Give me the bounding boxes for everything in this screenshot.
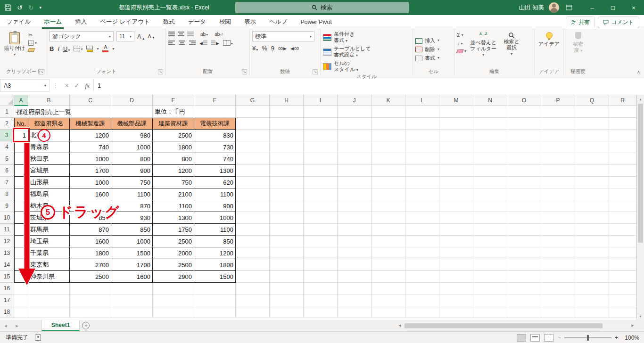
cell-N16[interactable] — [473, 283, 507, 294]
row-header-10[interactable]: 10 — [0, 212, 14, 224]
cell-J17[interactable] — [338, 294, 372, 306]
clipboard-dialog-launcher[interactable]: ↘ — [39, 69, 44, 74]
cell-A16[interactable] — [14, 283, 28, 294]
cell-K12[interactable] — [372, 236, 405, 247]
cell-R9[interactable] — [609, 200, 636, 212]
cell-E17[interactable] — [153, 294, 194, 306]
cell-C12[interactable]: 1600 — [70, 236, 111, 247]
cell-A10[interactable] — [14, 212, 28, 224]
cell-O7[interactable] — [507, 177, 541, 188]
hscroll-left-button[interactable]: ◀ — [396, 324, 404, 327]
cell-D6[interactable]: 900 — [111, 165, 153, 177]
cell-O18[interactable] — [507, 306, 541, 318]
cell-G15[interactable] — [236, 271, 270, 283]
cell-R12[interactable] — [609, 236, 636, 247]
cell-N9[interactable] — [473, 200, 507, 212]
collapse-ribbon-button[interactable]: ∧ — [637, 69, 640, 74]
cell-K7[interactable] — [372, 177, 405, 188]
cell-B8[interactable]: 福島県 — [28, 188, 70, 200]
cell-M9[interactable] — [439, 200, 473, 212]
cell-P17[interactable] — [541, 294, 575, 306]
cell-Q12[interactable] — [575, 236, 609, 247]
cell-J2[interactable] — [338, 118, 372, 130]
cell-F5[interactable]: 740 — [194, 153, 236, 165]
cell-C13[interactable]: 1800 — [70, 247, 111, 259]
cell-E6[interactable]: 1200 — [153, 165, 194, 177]
row-header-1[interactable]: 1 — [0, 106, 14, 118]
cell-G2[interactable] — [236, 118, 270, 130]
column-header-J[interactable]: J — [338, 95, 372, 106]
cell-C17[interactable] — [70, 294, 111, 306]
cell-A7[interactable] — [14, 177, 28, 188]
accessibility-icon[interactable] — [35, 335, 41, 341]
underline-button[interactable]: U▾ — [63, 45, 70, 52]
cell-P10[interactable] — [541, 212, 575, 224]
column-header-F[interactable]: F — [194, 95, 236, 106]
sensitivity-button[interactable]: 秘密 度 ▾ — [567, 31, 589, 54]
cell-E3[interactable]: 2500 — [153, 130, 194, 141]
cell-F7[interactable]: 620 — [194, 177, 236, 188]
cell-K18[interactable] — [372, 306, 405, 318]
cell-H10[interactable] — [270, 212, 304, 224]
cell-O10[interactable] — [507, 212, 541, 224]
cell-H2[interactable] — [270, 118, 304, 130]
cell-I18[interactable] — [304, 306, 338, 318]
zoom-level[interactable]: 100% — [621, 335, 639, 341]
cell-Q14[interactable] — [575, 259, 609, 271]
cell-R4[interactable] — [609, 141, 636, 153]
cell-G17[interactable] — [236, 294, 270, 306]
cell-H15[interactable] — [270, 271, 304, 283]
decrease-indent-button[interactable]: ◀ — [199, 40, 207, 46]
close-button[interactable]: × — [623, 0, 644, 15]
cell-E16[interactable] — [153, 283, 194, 294]
cell-N2[interactable] — [473, 118, 507, 130]
cell-D11[interactable]: 850 — [111, 224, 153, 236]
cell-E10[interactable]: 1300 — [153, 212, 194, 224]
cell-P7[interactable] — [541, 177, 575, 188]
percent-format-button[interactable]: % — [262, 45, 267, 52]
cell-H3[interactable] — [270, 130, 304, 141]
cell-P12[interactable] — [541, 236, 575, 247]
sheet-nav-left-button[interactable]: ◂ — [0, 320, 11, 331]
row-header-5[interactable]: 5 — [0, 153, 14, 165]
merge-center-button[interactable]: ▾ — [223, 40, 233, 46]
cell-A9[interactable] — [14, 200, 28, 212]
horizontal-scrollbar[interactable] — [404, 323, 629, 329]
cell-B10[interactable]: 茨城県 — [28, 212, 70, 224]
cell-L16[interactable] — [405, 283, 439, 294]
column-header-N[interactable]: N — [473, 95, 507, 106]
column-header-L[interactable]: L — [405, 95, 439, 106]
cell-C10[interactable]: 850 — [70, 212, 111, 224]
cell-K2[interactable] — [372, 118, 405, 130]
cell-K15[interactable] — [372, 271, 405, 283]
row-header-16[interactable]: 16 — [0, 283, 14, 294]
cell-R14[interactable] — [609, 259, 636, 271]
cell-N10[interactable] — [473, 212, 507, 224]
cell-F8[interactable]: 1100 — [194, 188, 236, 200]
cell-K17[interactable] — [372, 294, 405, 306]
row-header-2[interactable]: 2 — [0, 118, 14, 130]
cell-N1[interactable] — [473, 106, 507, 118]
cell-H5[interactable] — [270, 153, 304, 165]
cell-I8[interactable] — [304, 188, 338, 200]
cell-J10[interactable] — [338, 212, 372, 224]
cell-A3[interactable]: 1 — [14, 130, 28, 141]
cell-H12[interactable] — [270, 236, 304, 247]
align-right-button[interactable] — [189, 40, 196, 46]
fill-button[interactable]: ↓▾ — [457, 41, 466, 46]
cell-N3[interactable] — [473, 130, 507, 141]
column-header-O[interactable]: O — [507, 95, 541, 106]
cell-H7[interactable] — [270, 177, 304, 188]
number-dialog-launcher[interactable]: ↘ — [313, 69, 318, 74]
column-header-Q[interactable]: Q — [575, 95, 609, 106]
cell-O11[interactable] — [507, 224, 541, 236]
cell-J1[interactable] — [338, 106, 372, 118]
cell-O16[interactable] — [507, 283, 541, 294]
cell-J11[interactable] — [338, 224, 372, 236]
cell-J6[interactable] — [338, 165, 372, 177]
cell-K1[interactable] — [372, 106, 405, 118]
cell-N14[interactable] — [473, 259, 507, 271]
cell-J7[interactable] — [338, 177, 372, 188]
cell-R13[interactable] — [609, 247, 636, 259]
cell-E11[interactable]: 1750 — [153, 224, 194, 236]
